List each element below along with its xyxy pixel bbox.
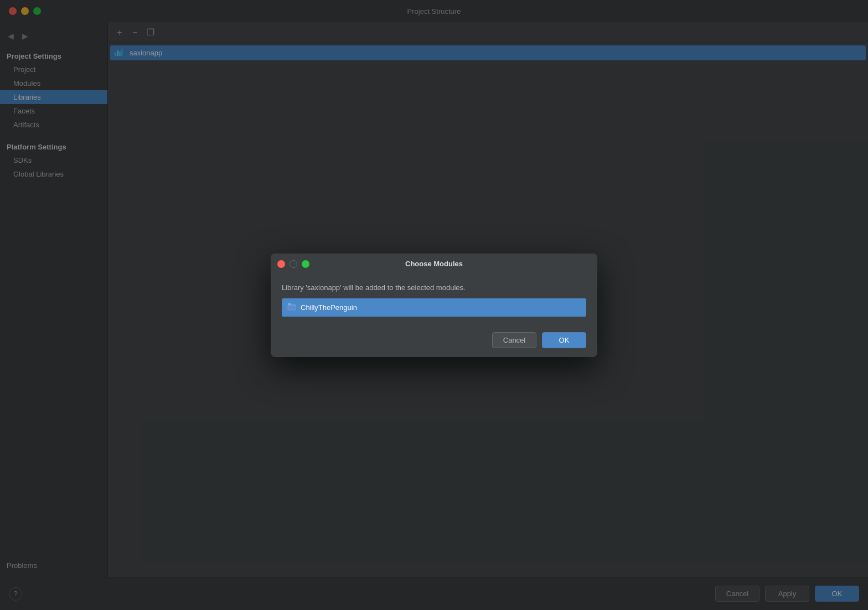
choose-modules-dialog: Choose Modules Library 'saxionapp' will … xyxy=(271,254,597,357)
svg-rect-1 xyxy=(288,303,291,305)
dialog-minimize-button[interactable] xyxy=(290,260,297,268)
dialog-title: Choose Modules xyxy=(405,260,463,268)
dialog-body: Library 'saxionapp' will be added to the… xyxy=(271,275,597,325)
dialog-close-button[interactable] xyxy=(277,260,285,268)
dialog-module-item[interactable]: ChillyThePenguin xyxy=(282,298,586,317)
dialog-message: Library 'saxionapp' will be added to the… xyxy=(282,283,586,292)
modal-overlay: Choose Modules Library 'saxionapp' will … xyxy=(0,0,868,610)
dialog-cancel-button[interactable]: Cancel xyxy=(492,332,536,348)
module-name: ChillyThePenguin xyxy=(301,303,357,312)
dialog-window-controls xyxy=(277,260,309,268)
dialog-footer: Cancel OK xyxy=(271,325,597,357)
dialog-titlebar: Choose Modules xyxy=(271,254,597,275)
module-folder-icon xyxy=(287,302,296,313)
dialog-maximize-button[interactable] xyxy=(302,260,309,268)
svg-rect-0 xyxy=(288,304,296,310)
dialog-ok-button[interactable]: OK xyxy=(542,332,586,348)
